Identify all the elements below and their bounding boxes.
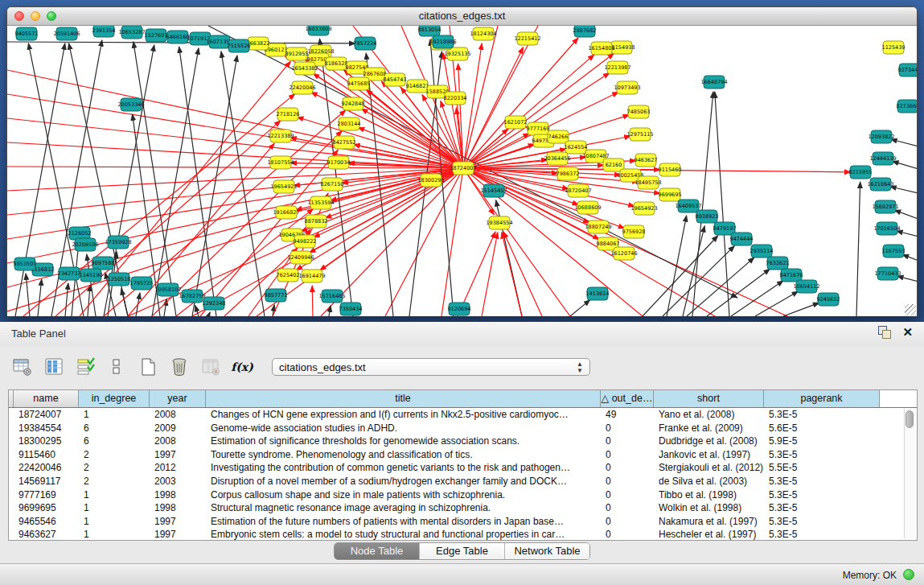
cell-short: Jankovic et al. (1997) <box>654 448 764 462</box>
delete-rows-icon[interactable] <box>168 355 191 379</box>
cell-short: de Silva et al. (2003) <box>654 475 764 488</box>
svg-text:16648794: 16648794 <box>700 79 727 85</box>
float-panel-icon[interactable] <box>878 326 891 339</box>
cell-out_de: 0 <box>601 461 654 475</box>
cell-year: 2009 <box>150 422 206 435</box>
cell-short: Dudbridge et al. (2008) <box>654 435 764 448</box>
canvas-resize-grip[interactable] <box>905 304 916 315</box>
cell-in_degree: 1 <box>79 488 150 502</box>
tab-node-table[interactable]: Node Table <box>335 543 420 559</box>
column-header-year[interactable]: year <box>150 390 206 407</box>
svg-text:8215955: 8215955 <box>849 169 873 175</box>
svg-text:1527607: 1527607 <box>145 32 168 39</box>
table-row[interactable]: 911546021997Tourette syndrome. Phenomeno… <box>9 448 917 462</box>
select-columns-icon[interactable] <box>43 355 65 379</box>
svg-text:1413614: 1413614 <box>586 290 610 297</box>
svg-text:9242848: 9242848 <box>342 101 365 107</box>
svg-text:10653287: 10653287 <box>118 29 145 35</box>
svg-text:7350434: 7350434 <box>339 306 363 312</box>
cell-name: 9465546 <box>14 515 79 529</box>
svg-text:9884067: 9884067 <box>597 241 620 247</box>
svg-text:16120746: 16120746 <box>610 250 637 257</box>
svg-text:62160: 62160 <box>606 162 622 168</box>
table-row[interactable]: 946554611997Estimation of the future num… <box>9 515 917 529</box>
table-row[interactable]: 1872400712008Changes of HCN gene express… <box>9 408 917 422</box>
cell-short: Stergiakouli et al. (2012) <box>654 461 764 475</box>
column-header-pagerank[interactable]: pagerank <box>764 390 880 407</box>
svg-text:8273660: 8273660 <box>897 103 917 109</box>
svg-text:2718126: 2718126 <box>277 111 300 117</box>
table-row[interactable]: 1830029562008Estimation of significance … <box>9 435 917 448</box>
svg-text:19325135: 19325135 <box>444 51 470 57</box>
table-row[interactable]: 2242004622012Investigating the contribut… <box>9 461 917 475</box>
network-canvas[interactable]: 1872400789601238912955182260589827503165… <box>7 26 917 316</box>
table-settings-icon[interactable] <box>11 355 34 379</box>
svg-text:18124304: 18124304 <box>470 31 496 37</box>
table-selector-dropdown[interactable]: citations_edges.txt ▲▼ <box>272 358 590 376</box>
status-bar: Memory: OK <box>0 563 924 585</box>
column-header-out_de[interactable]: △ out_de… <box>601 390 654 407</box>
minimize-window-button[interactable] <box>31 11 40 21</box>
table-row[interactable]: 969969511998Structural magnetic resonanc… <box>9 501 917 515</box>
window-titlebar[interactable]: citations_edges.txt <box>7 7 917 26</box>
table-row[interactable]: 1456911722003Disruption of a novel membe… <box>9 475 917 488</box>
column-header-title[interactable]: title <box>206 390 601 407</box>
table-scrollbar-thumb[interactable] <box>906 410 914 428</box>
new-table-icon[interactable] <box>137 355 159 379</box>
table-header-row: namein_degreeyeartitle△ out_de…shortpage… <box>9 390 917 408</box>
svg-text:2126052: 2126052 <box>68 230 92 237</box>
merge-tables-icon[interactable] <box>105 355 128 379</box>
svg-text:1167553: 1167553 <box>882 248 906 254</box>
svg-text:8912955: 8912955 <box>285 51 309 57</box>
table-row[interactable]: 977716911998Corpus callosum shape and si… <box>9 488 917 502</box>
citation-network-graph[interactable]: 1872400789601238912955182260589827503165… <box>7 26 917 316</box>
memory-ok-led-icon <box>903 569 914 580</box>
svg-text:19654923: 19654923 <box>630 205 657 212</box>
table-row[interactable]: 1938455462009Genome-wide association stu… <box>9 422 917 435</box>
table-panel-header: Table Panel ✕ <box>0 322 924 346</box>
svg-text:9170034: 9170034 <box>327 159 351 166</box>
cell-title: Estimation of significance thresholds fo… <box>206 435 601 448</box>
column-header-short[interactable]: short <box>654 390 764 407</box>
close-panel-icon[interactable]: ✕ <box>902 326 913 339</box>
svg-text:10654112: 10654112 <box>793 283 819 290</box>
svg-text:1621072: 1621072 <box>504 119 528 126</box>
tab-network-table[interactable]: Network Table <box>505 543 589 559</box>
cell-in_degree: 6 <box>79 435 150 448</box>
svg-text:8267150: 8267150 <box>321 181 344 187</box>
svg-text:8479197: 8479197 <box>713 225 737 232</box>
cell-name: 9699695 <box>14 501 79 515</box>
table-row[interactable]: 946362711997Embryonic stem cells: a mode… <box>9 528 917 541</box>
table-scrollbar[interactable] <box>904 409 915 538</box>
zoom-window-button[interactable] <box>47 11 56 21</box>
tab-edge-table[interactable]: Edge Table <box>420 543 505 559</box>
svg-text:12444139: 12444139 <box>869 155 896 162</box>
cell-short: Wolkin et al. (1998) <box>654 501 764 515</box>
column-header-name[interactable]: name <box>14 390 79 407</box>
svg-text:20364456: 20364456 <box>544 155 570 162</box>
cell-out_de: 0 <box>601 515 654 529</box>
cell-title: Changes of HCN gene expression and I(f) … <box>206 408 601 422</box>
svg-text:10688609: 10688609 <box>574 204 601 211</box>
table-panel: Table Panel ✕ f(x) citations_edges.t <box>0 322 924 563</box>
svg-text:7986372: 7986372 <box>556 171 580 177</box>
cell-out_de: 0 <box>601 435 654 448</box>
cell-in_degree: 1 <box>79 528 150 541</box>
function-builder-icon[interactable]: f(x) <box>231 355 253 379</box>
svg-text:16782759: 16782759 <box>179 293 205 299</box>
cell-out_de: 0 <box>601 448 654 462</box>
svg-text:10973493: 10973493 <box>614 84 640 91</box>
cell-year: 1997 <box>150 448 206 462</box>
cell-name: 18724007 <box>14 408 79 422</box>
svg-text:15145457: 15145457 <box>480 187 507 194</box>
close-window-button[interactable] <box>14 11 24 21</box>
cell-name: 9777169 <box>14 488 79 502</box>
column-header-in_degree[interactable]: in_degree <box>79 390 150 407</box>
cell-year: 1997 <box>150 528 206 541</box>
cell-year: 1998 <box>150 501 206 515</box>
svg-text:17359928: 17359928 <box>105 239 131 245</box>
select-rows-icon[interactable] <box>74 355 97 379</box>
cell-in_degree: 1 <box>79 501 150 515</box>
svg-text:746266: 746266 <box>548 134 569 140</box>
svg-text:16154808: 16154808 <box>588 45 614 51</box>
